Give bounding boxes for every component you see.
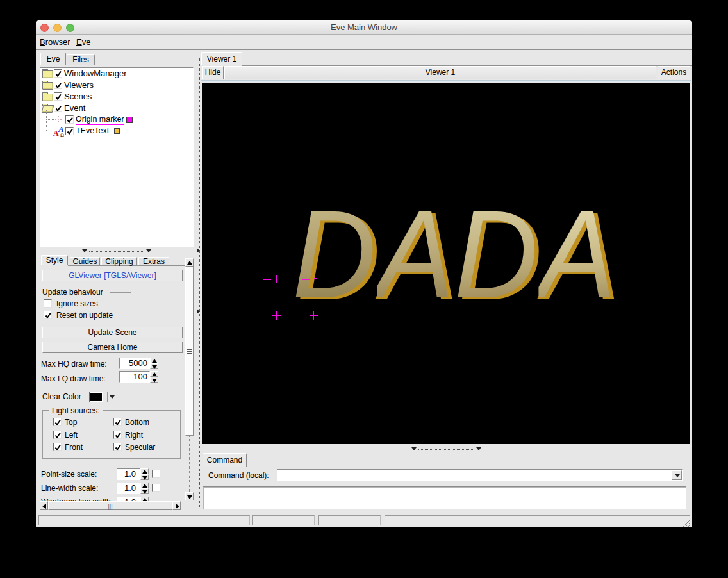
svg-text:A: A [53,129,59,137]
svg-text:Ω: Ω [60,133,64,137]
